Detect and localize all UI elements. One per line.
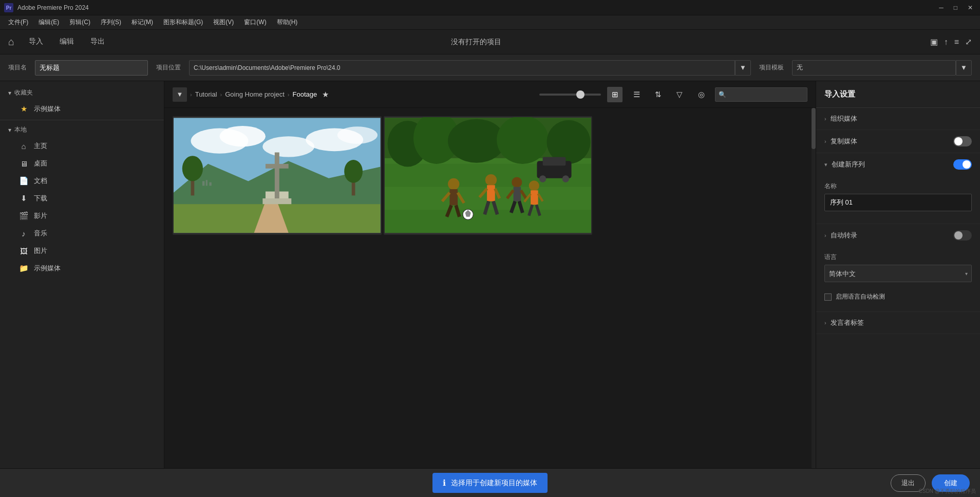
sidebar-item-sample-media-local[interactable]: 📁 示例媒体: [0, 260, 164, 277]
home-icon[interactable]: ⌂: [8, 36, 14, 48]
downloads-icon: ⬇: [18, 194, 29, 203]
sidebar-section-local[interactable]: ▾ 本地: [0, 122, 164, 137]
auto-transcribe-toggle[interactable]: › 自动转录: [816, 224, 980, 247]
scrollbar-track[interactable]: [812, 108, 816, 468]
project-template-dropdown[interactable]: ▼: [956, 60, 972, 76]
menu-help[interactable]: 帮助(H): [273, 16, 302, 29]
copy-media-switch[interactable]: [953, 136, 972, 146]
sidebar-item-sample-media-fav[interactable]: ★ 示例媒体: [0, 100, 164, 118]
project-location-dropdown[interactable]: ▼: [735, 60, 751, 76]
sidebar-item-documents-label: 文档: [34, 176, 47, 186]
auto-transcribe-switch[interactable]: [953, 230, 972, 241]
nav-right-controls: ▣ ↑ ≡ ⤢: [930, 37, 972, 47]
svg-point-54: [529, 180, 539, 191]
menu-view[interactable]: 视图(V): [209, 16, 238, 29]
auto-transcribe-chevron: ›: [824, 232, 826, 238]
auto-transcribe-title-group: › 自动转录: [824, 231, 857, 240]
sort-button[interactable]: ⇅: [650, 87, 666, 102]
sequence-name-label: 名称: [824, 182, 972, 191]
breadcrumb-tutorial[interactable]: Tutorial: [195, 90, 217, 98]
sidebar-item-home[interactable]: ⌂ 主页: [0, 137, 164, 155]
menu-file[interactable]: 文件(F): [4, 16, 32, 29]
slider-track[interactable]: [539, 94, 601, 96]
project-location-input[interactable]: [189, 60, 735, 76]
create-sequence-knob: [963, 160, 971, 169]
nav-bar: ⌂ 导入 编辑 导出 没有打开的项目 ▣ ↑ ≡ ⤢: [0, 30, 980, 54]
sidebar-item-downloads[interactable]: ⬇ 下载: [0, 190, 164, 207]
project-location-label: 项目位置: [156, 63, 181, 72]
create-sequence-toggle[interactable]: ▾ 创建新序列: [816, 153, 980, 176]
breadcrumb-going-home[interactable]: Going Home project: [225, 90, 285, 98]
close-button[interactable]: ✕: [965, 3, 976, 12]
nav-tabs: 导入 编辑 导出: [23, 33, 451, 51]
breadcrumb: ▼ › Tutorial › Going Home project › Foot…: [173, 87, 329, 102]
menu-marker[interactable]: 标记(M): [127, 16, 157, 29]
tab-edit[interactable]: 编辑: [53, 33, 80, 51]
fullscreen-icon[interactable]: ⤢: [965, 37, 972, 47]
project-template-input[interactable]: [792, 60, 956, 76]
auto-transcribe-body: 语言 简体中文 English 繁体中文 ▾ 启用语言自动检测: [816, 247, 980, 311]
auto-detect-row: 启用语言自动检测: [824, 288, 972, 305]
sidebar-item-music-label: 音乐: [34, 229, 47, 238]
list-view-button[interactable]: ☰: [629, 87, 644, 102]
sidebar-item-desktop[interactable]: 🖥 桌面: [0, 155, 164, 172]
auto-detect-checkbox[interactable]: [824, 293, 832, 301]
local-label: 本地: [14, 125, 27, 134]
search-input[interactable]: [715, 87, 807, 102]
app-logo: Pr: [4, 3, 13, 12]
sidebar-item-documents[interactable]: 📄 文档: [0, 172, 164, 190]
info-message[interactable]: ℹ 选择用于创建新项目的媒体: [432, 473, 548, 493]
svg-text:Pr: Pr: [6, 5, 12, 11]
sidebar-item-sample-media-fav-label: 示例媒体: [34, 104, 61, 114]
project-name-input[interactable]: [35, 60, 148, 76]
minimize-button[interactable]: ─: [936, 3, 947, 12]
auto-transcribe-section: › 自动转录 语言 简体中文 English 繁体中文 ▾: [816, 224, 980, 312]
speaker-tags-section: › 发言者标签: [816, 312, 980, 334]
svg-point-7: [337, 126, 378, 144]
title-bar: Pr Adobe Premiere Pro 2024 ─ □ ✕: [0, 0, 980, 15]
language-select[interactable]: 简体中文 English 繁体中文: [824, 265, 972, 282]
breadcrumb-star-icon[interactable]: ★: [322, 90, 329, 99]
sidebar-item-music[interactable]: ♪ 音乐: [0, 225, 164, 242]
copy-media-section: › 复制媒体: [816, 130, 980, 153]
menu-icon[interactable]: ≡: [954, 38, 959, 47]
breadcrumb-sep-2: ›: [220, 91, 222, 98]
menu-sequence[interactable]: 序列(S): [97, 16, 125, 29]
search-icon: 🔍: [719, 91, 726, 98]
project-title: 没有打开的项目: [451, 38, 501, 47]
menu-graphics[interactable]: 图形和标题(G): [159, 16, 207, 29]
sidebar-section-favorites[interactable]: ▾ 收藏夹: [0, 85, 164, 100]
tab-export[interactable]: 导出: [84, 33, 111, 51]
info-icon: ℹ: [443, 478, 446, 488]
breadcrumb-folder-button[interactable]: ▼: [173, 87, 187, 102]
svg-point-29: [448, 119, 505, 163]
menu-clip[interactable]: 剪辑(C): [65, 16, 95, 29]
sequence-name-input[interactable]: [824, 194, 972, 211]
svg-point-18: [344, 160, 363, 183]
menu-window[interactable]: 窗口(W): [240, 16, 270, 29]
content-area: ▼ › Tutorial › Going Home project › Foot…: [164, 81, 816, 468]
grid-view-button[interactable]: ⊞: [607, 87, 623, 102]
tab-import[interactable]: 导入: [23, 33, 49, 51]
zoom-slider[interactable]: [539, 94, 601, 96]
star-icon: ★: [18, 104, 29, 114]
copy-media-knob: [954, 137, 963, 145]
share-icon[interactable]: ↑: [944, 38, 948, 47]
maximize-button[interactable]: □: [951, 3, 960, 12]
thumbnail-clip2[interactable]: [384, 116, 593, 235]
organize-media-toggle[interactable]: › 组织媒体: [816, 108, 980, 130]
sidebar-item-pictures[interactable]: 🖼 图片: [0, 242, 164, 260]
slider-thumb[interactable]: [576, 90, 585, 99]
thumbnail-clip1[interactable]: [173, 116, 382, 235]
filter-button[interactable]: ▽: [672, 87, 687, 102]
layout-icon[interactable]: ▣: [930, 37, 938, 47]
svg-rect-21: [209, 182, 211, 186]
scrollbar-thumb[interactable]: [812, 108, 816, 149]
speaker-tags-toggle[interactable]: › 发言者标签: [816, 312, 980, 334]
menu-edit[interactable]: 编辑(E): [34, 16, 63, 29]
svg-rect-13: [275, 153, 279, 198]
visibility-button[interactable]: ◎: [693, 87, 709, 102]
create-sequence-switch[interactable]: [953, 159, 972, 170]
copy-media-toggle[interactable]: › 复制媒体: [816, 130, 980, 153]
sidebar-item-movies[interactable]: 🎬 影片: [0, 207, 164, 225]
